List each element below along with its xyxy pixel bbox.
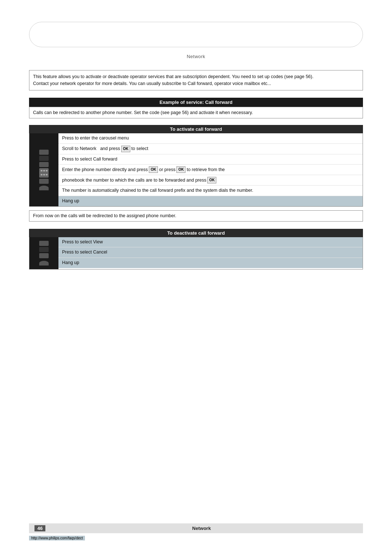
deactivate-step-3-text: Hang up xyxy=(58,258,363,268)
footer-url: http://www.philips.com/faqs/dect xyxy=(29,536,85,540)
deactivate-steps-col: Press to select View Press to select Can… xyxy=(58,237,363,269)
deactivate-step-2: Press to select Cancel xyxy=(58,247,363,258)
page-section-title: Network xyxy=(29,54,363,59)
phone-screen xyxy=(39,156,49,161)
deactivate-section-header: To deactivate call forward xyxy=(29,229,363,237)
activate-step-7: Hang up xyxy=(58,196,363,206)
page-container: Network This feature allows you to activ… xyxy=(0,0,392,555)
phone-illustration-2 xyxy=(39,241,49,266)
activate-step-3: Press to select Call forward xyxy=(58,154,363,165)
activate-step-3-text: Press to select Call forward xyxy=(58,154,363,165)
activate-steps-col: Press to enter the carousel menu Scroll … xyxy=(58,133,363,206)
activate-step-4: Enter the phone number directly and pres… xyxy=(58,165,363,175)
activate-step-5: phonebook the number to which the calls … xyxy=(58,175,363,186)
activate-step-2: Scroll to Network and press OK to select xyxy=(58,144,363,154)
intro-text: This feature allows you to activate or d… xyxy=(33,74,314,86)
activate-step-4-text: Enter the phone number directly and pres… xyxy=(58,165,363,175)
key4 xyxy=(41,174,42,175)
activate-step-6-text: The number is automatically chained to t… xyxy=(58,186,363,196)
intro-info-box: This feature allows you to activate or d… xyxy=(29,70,363,90)
activate-steps-container: Press to enter the carousel menu Scroll … xyxy=(29,133,363,207)
deactivate-steps-container: Press to select View Press to select Can… xyxy=(29,237,363,270)
activate-step-2-text: Scroll to Network and press OK to select xyxy=(58,144,363,154)
activate-step-1: Press to enter the carousel menu xyxy=(58,133,363,144)
phone-top xyxy=(39,150,49,155)
activate-step-5-text: phonebook the number to which the calls … xyxy=(58,175,363,185)
ok-button-1: OK xyxy=(121,146,130,152)
footer-title: Network xyxy=(45,526,358,531)
deactivate-step-3: Hang up xyxy=(58,258,363,268)
activate-step-7-text: Hang up xyxy=(58,196,363,206)
deactivate-step-1-text: Press to select View xyxy=(58,237,363,247)
end-call-icon xyxy=(39,186,49,190)
dphone-screen xyxy=(39,247,49,252)
key6 xyxy=(46,174,48,175)
example-section-header: Example of service: Call forward xyxy=(29,98,363,107)
activate-phone-icon-col xyxy=(29,133,58,206)
deactivate-step-1: Press to select View xyxy=(58,237,363,248)
from-now-info-box: From now on the calls will be redirected… xyxy=(29,210,363,222)
keypad-icon xyxy=(39,168,49,178)
phone-bot xyxy=(39,179,49,184)
phone-mid xyxy=(39,162,49,167)
dphone-top xyxy=(39,241,49,246)
ok-button-2: OK xyxy=(149,166,158,173)
deactivate-phone-icon-col xyxy=(29,237,58,269)
key2 xyxy=(43,170,45,171)
key5 xyxy=(43,174,45,175)
key3 xyxy=(46,170,48,171)
phone-illustration xyxy=(39,150,49,190)
activate-section-header: To activate call forward xyxy=(29,125,363,133)
dphone-mid xyxy=(39,253,49,258)
activate-step-6: The number is automatically chained to t… xyxy=(58,186,363,196)
key1 xyxy=(41,170,42,171)
footer-bar: 46 Network xyxy=(29,523,363,533)
deactivate-step-2-text: Press to select Cancel xyxy=(58,247,363,258)
footer-page-number: 46 xyxy=(34,525,45,531)
dend-call-icon xyxy=(39,261,49,266)
ok-button-3: OK xyxy=(176,166,185,173)
example-description: Calls can be redirected to another phone… xyxy=(29,107,363,119)
activate-step-1-text: Press to enter the carousel menu xyxy=(58,133,363,143)
ok-button-4: OK xyxy=(207,177,216,183)
top-pill-decoration xyxy=(29,22,363,47)
